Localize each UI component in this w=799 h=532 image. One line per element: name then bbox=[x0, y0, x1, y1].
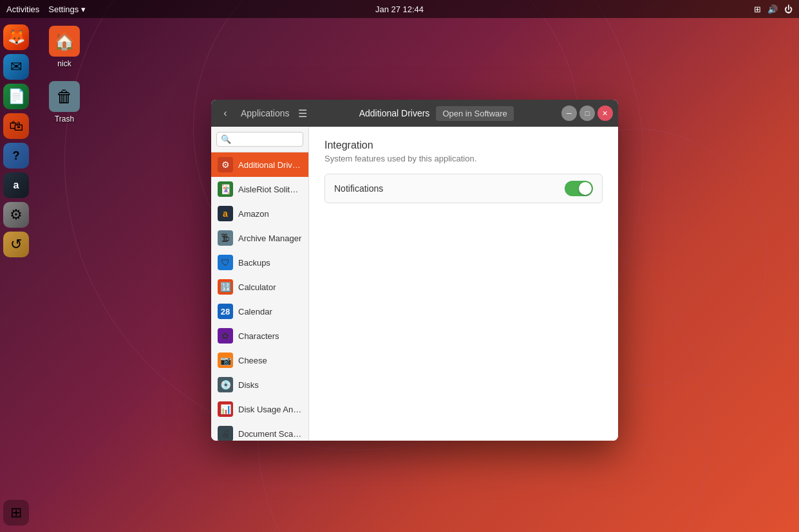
notifications-toggle[interactable] bbox=[565, 181, 593, 196]
calendar-icon: 28 bbox=[218, 304, 233, 319]
calculator-icon: 🔢 bbox=[218, 279, 233, 295]
characters-label: Characters bbox=[238, 331, 279, 341]
dialog-window: ‹ Applications ☰ Additional Drivers Open… bbox=[211, 100, 618, 441]
topbar-datetime: Jan 27 12:44 bbox=[375, 5, 424, 14]
volume-icon[interactable]: 🔊 bbox=[767, 5, 778, 14]
desktop-icons: 🏠 nick 🗑 Trash bbox=[39, 26, 90, 124]
dock-item-settings[interactable]: ⚙ bbox=[3, 202, 29, 228]
apps-label: Applications bbox=[241, 108, 290, 118]
disks-label: Disks bbox=[238, 380, 259, 390]
content-area: 🔍 ⚙ Additional Drivers 🃏 AisleRiot Solit… bbox=[211, 127, 618, 441]
cheese-icon: 📷 bbox=[218, 353, 233, 368]
archive-manager-label: Archive Manager bbox=[238, 234, 301, 243]
right-panel: Integration System features used by this… bbox=[309, 127, 618, 441]
calculator-label: Calculator bbox=[238, 282, 276, 292]
settings-menu[interactable]: Settings ▾ bbox=[48, 5, 86, 14]
dock-item-thunderbird[interactable]: ✉ bbox=[3, 54, 29, 80]
characters-icon: ✿ bbox=[218, 328, 233, 344]
dock-item-help[interactable]: ? bbox=[3, 143, 29, 169]
aisleriot-label: AisleRiot Solitaire bbox=[238, 185, 302, 194]
cheese-label: Cheese bbox=[238, 356, 267, 365]
amazon-icon: a bbox=[218, 206, 233, 221]
close-button[interactable]: ✕ bbox=[597, 105, 613, 121]
desktop-icon-nick[interactable]: 🏠 nick bbox=[39, 26, 90, 68]
backups-label: Backups bbox=[238, 258, 270, 268]
amazon-label: Amazon bbox=[238, 209, 269, 219]
dock-item-ubuntu-software[interactable]: 🛍 bbox=[3, 113, 29, 139]
notifications-label: Notifications bbox=[334, 183, 383, 194]
additional-drivers-icon: ⚙ bbox=[218, 157, 233, 172]
back-button[interactable]: ‹ bbox=[216, 104, 234, 122]
app-list: ⚙ Additional Drivers 🃏 AisleRiot Solitai… bbox=[211, 152, 308, 441]
app-item-characters[interactable]: ✿ Characters bbox=[211, 324, 308, 348]
app-item-calculator[interactable]: 🔢 Calculator bbox=[211, 275, 308, 299]
calendar-label: Calendar bbox=[238, 307, 272, 316]
titlebar-app-name: Additional Drivers bbox=[359, 108, 430, 118]
app-item-aisleriot[interactable]: 🃏 AisleRiot Solitaire bbox=[211, 177, 308, 201]
archive-manager-icon: 🗜 bbox=[218, 230, 233, 246]
aisleriot-icon: 🃏 bbox=[218, 181, 233, 197]
minimize-button[interactable]: ─ bbox=[561, 105, 577, 121]
disk-usage-analyzer-label: Disk Usage Analyzer bbox=[238, 405, 302, 414]
toggle-thumb bbox=[579, 182, 592, 195]
menu-button[interactable]: ☰ bbox=[294, 104, 312, 122]
app-item-cheese[interactable]: 📷 Cheese bbox=[211, 348, 308, 372]
activities-button[interactable]: Activities bbox=[6, 5, 39, 14]
document-scanner-label: Document Scanner bbox=[238, 429, 302, 439]
trash-label: Trash bbox=[55, 115, 74, 124]
nick-label: nick bbox=[57, 59, 71, 68]
open-in-software-button[interactable]: Open in Software bbox=[436, 106, 513, 121]
dock-item-amazon[interactable]: a bbox=[3, 172, 29, 198]
disk-usage-analyzer-icon: 📊 bbox=[218, 401, 233, 417]
search-input[interactable] bbox=[234, 134, 299, 144]
dock-item-libreoffice[interactable]: 📄 bbox=[3, 84, 29, 109]
network-icon[interactable]: ⊞ bbox=[754, 5, 761, 14]
additional-drivers-label: Additional Drivers bbox=[238, 160, 302, 170]
desktop-icon-trash[interactable]: 🗑 Trash bbox=[39, 81, 90, 124]
app-item-calendar[interactable]: 28 Calendar bbox=[211, 299, 308, 324]
app-item-amazon[interactable]: a Amazon bbox=[211, 201, 308, 226]
dock-item-firefox[interactable]: 🦊 bbox=[3, 24, 29, 50]
trash-icon: 🗑 bbox=[49, 81, 80, 112]
maximize-button[interactable]: □ bbox=[579, 105, 595, 121]
left-panel: 🔍 ⚙ Additional Drivers 🃏 AisleRiot Solit… bbox=[211, 127, 309, 441]
app-item-disk-usage-analyzer[interactable]: 📊 Disk Usage Analyzer bbox=[211, 397, 308, 421]
app-item-backups[interactable]: 🛡 Backups bbox=[211, 250, 308, 275]
nick-icon: 🏠 bbox=[49, 26, 80, 57]
app-item-disks[interactable]: 💿 Disks bbox=[211, 372, 308, 397]
topbar: Activities Settings ▾ Jan 27 12:44 ⊞ 🔊 ⏻ bbox=[0, 0, 799, 18]
integration-title: Integration bbox=[324, 140, 603, 151]
search-box: 🔍 bbox=[211, 127, 308, 152]
backups-icon: 🛡 bbox=[218, 255, 233, 270]
app-item-document-scanner[interactable]: 🖨 Document Scanner bbox=[211, 421, 308, 441]
document-scanner-icon: 🖨 bbox=[218, 426, 233, 441]
toggle-track bbox=[565, 181, 593, 196]
dock-apps-grid[interactable]: ⊞ bbox=[3, 500, 29, 526]
power-icon[interactable]: ⏻ bbox=[784, 5, 793, 14]
disks-icon: 💿 bbox=[218, 377, 233, 392]
notification-row: Notifications bbox=[324, 174, 603, 203]
titlebar: ‹ Applications ☰ Additional Drivers Open… bbox=[211, 100, 618, 127]
app-item-additional-drivers[interactable]: ⚙ Additional Drivers bbox=[211, 152, 308, 177]
dock: 🦊 ✉ 📄 🛍 ? a ⚙ ↺ ⊞ bbox=[0, 18, 32, 532]
app-item-archive-manager[interactable]: 🗜 Archive Manager bbox=[211, 226, 308, 250]
dock-item-software-updater[interactable]: ↺ bbox=[3, 232, 29, 257]
integration-desc: System features used by this application… bbox=[324, 154, 603, 163]
search-icon: 🔍 bbox=[221, 134, 231, 144]
